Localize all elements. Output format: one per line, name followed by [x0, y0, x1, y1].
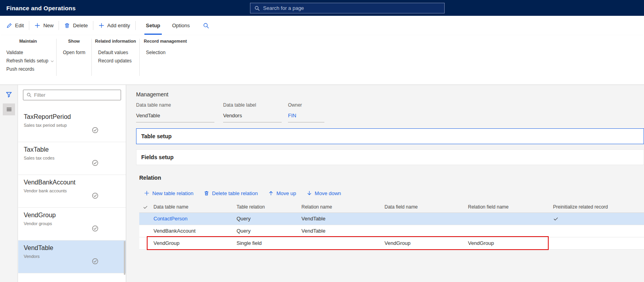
ribbon-item-refresh-fields-setup[interactable]: Refresh fields setup: [0, 56, 56, 65]
grid-cell: VendTable: [299, 212, 382, 225]
toolbar-label: Move up: [277, 190, 296, 196]
entity-list-rail-button[interactable]: [3, 103, 15, 115]
sidebar-item-taxtable[interactable]: TaxTableSales tax codes: [18, 142, 126, 175]
edit-icon: [6, 23, 12, 28]
toolbar-label: Move down: [315, 190, 341, 196]
grid-cell: VendGroup: [466, 237, 551, 249]
top-navigation-bar: Finance and Operations: [0, 0, 644, 16]
search-icon: [27, 92, 32, 98]
grid-select-cell[interactable]: [139, 237, 151, 249]
entity-name: TaxTable: [24, 146, 120, 153]
action-edit[interactable]: Edit: [2, 16, 28, 35]
relation-row-contactperson[interactable]: ContactPersonQueryVendTable: [139, 212, 644, 225]
tab-options[interactable]: Options: [166, 16, 196, 35]
field-label: Data table name: [136, 102, 214, 108]
field-data-table-label: Data table labelVendors: [223, 102, 282, 122]
separator: [29, 21, 29, 30]
ribbon-item-open-form[interactable]: Open form: [57, 48, 91, 56]
toolbar-new-table-relation[interactable]: New table relation: [144, 190, 193, 196]
toolbar-move-up[interactable]: Move up: [268, 190, 296, 196]
sidebar-filter-box[interactable]: [23, 90, 121, 100]
app-window: Finance and Operations EditNewDeleteAdd …: [0, 0, 644, 282]
toolbar-delete-table-relation[interactable]: Delete table relation: [204, 190, 258, 196]
tab-setup[interactable]: Setup: [140, 16, 166, 35]
grid-column-data-field-name[interactable]: Data field name: [382, 202, 466, 212]
ribbon-group-title: Related information: [92, 39, 139, 43]
ribbon-group-record-management: Record managementSelection: [140, 39, 191, 76]
grid-cell: VendTable: [299, 225, 382, 237]
ribbon-item-label: Selection: [146, 50, 165, 55]
action-label: New: [43, 23, 53, 28]
ribbon-group-maintain: MaintainValidateRefresh fields setupPush…: [0, 39, 57, 76]
fasttab-table-setup[interactable]: Table setup: [136, 128, 644, 144]
arrow-up-icon: [268, 190, 274, 196]
entity-description: Sales tax codes: [24, 156, 120, 160]
action-add-entity[interactable]: Add entity: [95, 16, 134, 35]
filter-rail-button[interactable]: [6, 91, 12, 98]
grid-column-data-table-name[interactable]: Data table name: [151, 202, 234, 212]
grid-cell-preinitialize: [551, 225, 644, 237]
ribbon-item-default-values[interactable]: Default values: [92, 48, 139, 56]
ribbon-item-validate[interactable]: Validate: [0, 48, 56, 56]
grid-column-relation-name[interactable]: Relation name: [299, 202, 382, 212]
action-label: Add entity: [107, 23, 130, 28]
grid-column-table-relation[interactable]: Table relation: [234, 202, 299, 212]
sidebar-item-vendbankaccount[interactable]: VendBankAccountVendor bank accounts: [18, 175, 126, 208]
separator: [93, 21, 93, 30]
delete-icon: [204, 190, 209, 196]
ribbon-item-label: Refresh fields setup: [6, 58, 48, 64]
page-search-input[interactable]: [263, 5, 440, 11]
grid-select-cell[interactable]: [139, 212, 151, 225]
entity-description: Vendor groups: [24, 221, 120, 226]
grid-cell: VendGroup: [382, 237, 466, 249]
entity-sidebar: TaxReportPeriodSales tax period setupTax…: [18, 85, 126, 282]
check-circle-icon: [92, 192, 98, 199]
add-icon: [98, 23, 104, 28]
ribbon: MaintainValidateRefresh fields setupPush…: [0, 35, 644, 85]
ribbon-group-title: Record management: [140, 39, 191, 43]
toolbar-search-button[interactable]: [203, 16, 209, 35]
ribbon-item-record-updates[interactable]: Record updates: [92, 56, 139, 65]
grid-cell: Single field: [234, 237, 299, 249]
entity-name: TaxReportPeriod: [24, 113, 120, 120]
field-owner: OwnerFIN: [288, 102, 324, 122]
relation-row-vendgroup[interactable]: VendGroupSingle fieldVendGroupVendGroup: [139, 237, 644, 249]
ribbon-item-label: Validate: [6, 50, 23, 55]
sidebar-filter-input[interactable]: [34, 92, 117, 98]
grid-select-cell[interactable]: [139, 225, 151, 237]
sidebar-item-taxreportperiod[interactable]: TaxReportPeriodSales tax period setup: [18, 109, 126, 142]
check-circle-icon: [92, 160, 98, 166]
sidebar-item-vendtable[interactable]: VendTableVendors: [18, 241, 126, 273]
action-bar: EditNewDeleteAdd entity SetupOptions: [0, 16, 644, 35]
add-icon: [144, 190, 150, 196]
ribbon-item-push-records[interactable]: Push records: [0, 65, 56, 73]
side-rail: [0, 85, 18, 282]
field-label: Data table label: [223, 102, 282, 108]
grid-column-relation-field-name[interactable]: Relation field name: [466, 202, 551, 212]
ribbon-item-label: Push records: [6, 66, 34, 72]
delete-icon: [64, 23, 70, 28]
relation-row-vendbankaccount[interactable]: VendBankAccountQueryVendTable: [139, 225, 644, 237]
ribbon-item-selection[interactable]: Selection: [140, 48, 191, 56]
grid-cell-preinitialize: [551, 212, 644, 225]
entity-list: TaxReportPeriodSales tax period setupTax…: [18, 109, 126, 273]
action-new[interactable]: New: [30, 16, 57, 35]
action-label: Edit: [15, 23, 24, 28]
grid-cell: ContactPerson: [151, 212, 234, 225]
grid-cell: [382, 225, 466, 237]
fasttab-fields-setup[interactable]: Fields setup: [136, 149, 644, 165]
grid-select-all[interactable]: [139, 202, 151, 212]
action-delete[interactable]: Delete: [60, 16, 92, 35]
field-value[interactable]: FIN: [288, 113, 324, 122]
toolbar-move-down[interactable]: Move down: [307, 190, 341, 196]
sidebar-item-vendgroup[interactable]: VendGroupVendor groups: [18, 208, 126, 241]
page-search-box[interactable]: [250, 3, 445, 13]
sidebar-scrollbar-thumb[interactable]: [124, 241, 125, 275]
grid-cell: [382, 212, 466, 225]
grid-cell: [466, 212, 551, 225]
field-value: VendTable: [136, 113, 214, 122]
grid-column-preinitialize-related-record[interactable]: Preinitialize related record: [551, 202, 644, 212]
grid-cell: Query: [234, 225, 299, 237]
action-label: Delete: [73, 23, 88, 28]
arrow-down-icon: [307, 190, 312, 196]
